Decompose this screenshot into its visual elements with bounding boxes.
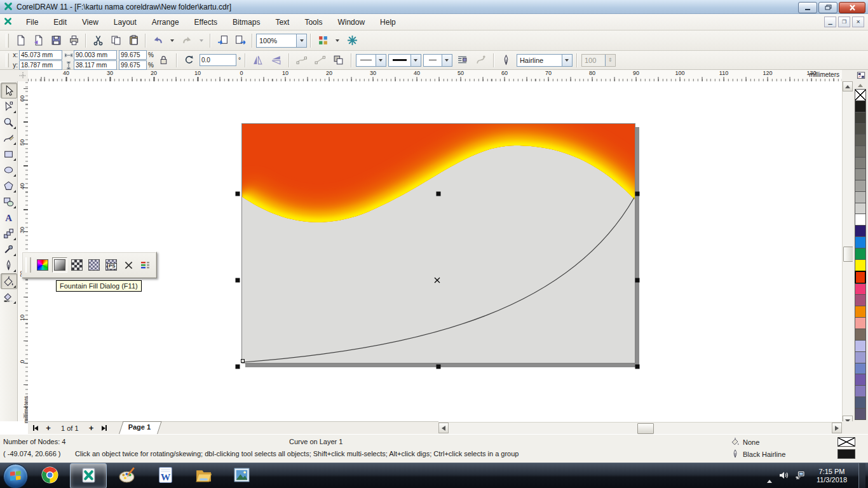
palette-swatch-dark-violet[interactable] — [855, 225, 866, 237]
network-icon[interactable] — [795, 470, 805, 482]
undo-button[interactable] — [149, 32, 166, 49]
outline-width-combo[interactable]: Hairline — [517, 54, 573, 67]
color-docker-button[interactable] — [138, 257, 153, 273]
card-design[interactable] — [233, 119, 647, 375]
taskbar-item-coreldraw[interactable] — [70, 463, 107, 488]
flyout-grip[interactable] — [25, 257, 31, 273]
scroll-right-button[interactable] — [832, 423, 842, 433]
outline-tool[interactable] — [1, 257, 17, 273]
undo-dropdown[interactable] — [167, 32, 177, 49]
show-desktop-button[interactable] — [858, 463, 865, 488]
vertical-scroll-thumb[interactable] — [843, 247, 853, 262]
propbar-grip[interactable] — [6, 53, 9, 67]
palette-swatch-20-black[interactable] — [855, 191, 866, 203]
menu-bitmaps[interactable]: Bitmaps — [225, 16, 268, 29]
restore-button[interactable] — [818, 2, 837, 13]
interactive-blend-tool[interactable] — [1, 226, 17, 241]
menu-effects[interactable]: Effects — [187, 16, 225, 29]
open-document-button[interactable] — [30, 32, 46, 49]
scroll-up-button[interactable] — [843, 81, 853, 92]
scale-v-field[interactable]: 99.675 — [119, 60, 147, 70]
doc-minimize-button[interactable]: ▁ — [824, 17, 836, 27]
redo-dropdown[interactable] — [196, 32, 207, 49]
taskbar-item-chrome[interactable] — [32, 463, 67, 487]
palette-swatch-yellow[interactable] — [855, 259, 866, 271]
spinner-buttons[interactable]: ⇕ — [605, 55, 615, 66]
rectangle-tool[interactable] — [1, 146, 17, 162]
scroll-left-button[interactable] — [438, 423, 449, 433]
nonproportional-scaling-lock-button[interactable] — [156, 52, 172, 69]
interactive-fill-tool[interactable] — [1, 289, 17, 305]
palette-swatch-50-black[interactable] — [855, 157, 866, 169]
import-button[interactable] — [214, 32, 231, 49]
x-position-field[interactable]: 45.073 mm — [19, 50, 62, 60]
corel-community-button[interactable] — [344, 32, 360, 49]
zoom-level-combo[interactable]: 100% — [256, 34, 307, 48]
taskbar-item-photo-viewer[interactable] — [224, 463, 259, 487]
curve-smoothness-button[interactable] — [294, 52, 310, 69]
first-page-button[interactable] — [31, 424, 41, 433]
palette-swatch-slate-blue[interactable] — [855, 396, 866, 409]
export-button[interactable] — [232, 32, 248, 49]
zoom-dropdown-button[interactable] — [296, 34, 306, 47]
palette-swatch-taupe[interactable] — [855, 329, 866, 341]
palette-swatch-70-black[interactable] — [855, 134, 866, 146]
menu-arrange[interactable]: Arrange — [144, 16, 187, 29]
transparency-spinner[interactable]: 100 ⇕ — [581, 54, 616, 67]
polygon-tool[interactable] — [1, 178, 17, 194]
page-tab[interactable]: Page 1 — [118, 421, 162, 435]
zoom-tool[interactable] — [1, 114, 17, 130]
application-launcher-button[interactable] — [315, 32, 331, 49]
horizontal-ruler[interactable]: millimeters 4030201001020304050607080901… — [28, 70, 842, 82]
volume-icon[interactable] — [778, 470, 789, 482]
taskbar-item-explorer[interactable] — [186, 463, 221, 487]
ellipse-tool[interactable] — [1, 162, 17, 178]
basic-shapes-tool[interactable] — [1, 194, 17, 210]
rotation-angle-field[interactable]: 0.0 — [200, 54, 236, 66]
start-button[interactable] — [0, 463, 31, 488]
add-page-after-button[interactable]: + — [86, 424, 97, 433]
convert-to-curves-button[interactable] — [473, 52, 489, 69]
fill-tool[interactable] — [1, 273, 17, 289]
last-page-button[interactable] — [99, 424, 109, 433]
palette-swatch-dark-slate-violet[interactable] — [855, 408, 866, 420]
menu-window[interactable]: Window — [330, 16, 372, 29]
end-arrowhead-selector[interactable] — [423, 54, 452, 67]
palette-swatch-green[interactable] — [855, 248, 866, 260]
outline-style-selector[interactable] — [388, 54, 421, 67]
print-button[interactable] — [65, 32, 82, 49]
paste-button[interactable] — [125, 32, 142, 49]
no-fill-button[interactable] — [121, 257, 136, 273]
palette-swatch-60-black[interactable] — [855, 146, 866, 158]
taskbar-clock[interactable]: 7:15 PM 11/3/2018 — [811, 468, 852, 484]
drawing-scale-icon[interactable] — [857, 71, 866, 80]
close-button[interactable] — [839, 2, 865, 13]
doc-close-button[interactable]: ✕ — [852, 17, 864, 27]
palette-swatch-30-black[interactable] — [855, 180, 866, 192]
palette-swatch-violet[interactable] — [855, 374, 866, 386]
wrap-paragraph-text-button[interactable] — [454, 52, 471, 69]
palette-swatch-90-black[interactable] — [855, 112, 866, 124]
menu-layout[interactable]: Layout — [106, 16, 144, 29]
text-tool[interactable]: A — [1, 210, 17, 226]
fountain-fill-dialog-button[interactable] — [52, 257, 67, 273]
palette-swatch-orange-red[interactable] — [855, 271, 866, 284]
mirror-vertical-button[interactable] — [268, 52, 285, 69]
palette-swatch-lavender[interactable] — [855, 351, 866, 363]
reduce-nodes-button[interactable] — [312, 52, 329, 69]
palette-swatch-pale-lavender[interactable] — [855, 340, 866, 352]
palette-scroll-up[interactable] — [855, 82, 866, 88]
y-position-field[interactable]: 18.787 mm — [19, 60, 62, 70]
palette-swatch-blue-violet[interactable] — [855, 363, 866, 375]
width-field[interactable]: 90.003 mm — [74, 50, 117, 60]
palette-swatch-salmon[interactable] — [855, 317, 866, 329]
save-button[interactable] — [48, 32, 64, 49]
vertical-scrollbar[interactable] — [842, 81, 853, 426]
freehand-tool[interactable] — [1, 130, 17, 146]
palette-swatch-10-black[interactable] — [855, 203, 866, 215]
horizontal-scroll-thumb[interactable] — [637, 423, 654, 434]
redo-button[interactable] — [179, 32, 195, 49]
shape-tool[interactable] — [1, 98, 17, 114]
to-back-button[interactable] — [330, 52, 347, 69]
horizontal-scrollbar[interactable] — [438, 422, 842, 434]
